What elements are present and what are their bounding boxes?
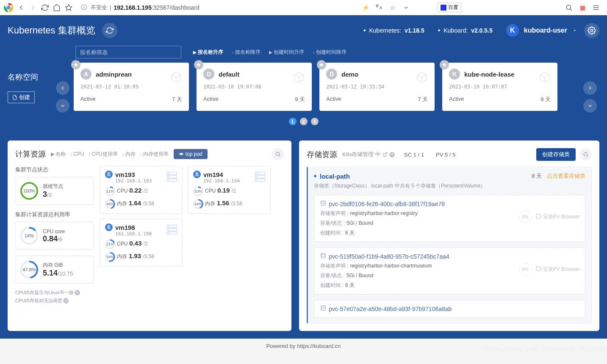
namespace-card-list: A adminprean 2021-03-12 01:10:05 Active … (74, 63, 576, 111)
storageclass-name[interactable]: local-path (320, 173, 350, 180)
reload-icon[interactable] (41, 3, 49, 12)
carousel-down-button-2[interactable] (583, 99, 597, 113)
pv-name-link[interactable]: pvc-519f50a0-f1b9-4a80-957b-c57245bc7aa4 (320, 253, 579, 260)
pager-dot[interactable]: 2 (300, 118, 308, 125)
node-card[interactable]: 主 vm194 192.168.1.194 10%CPU 0.19/2 44%内… (188, 166, 271, 214)
storage-search-button[interactable] (580, 149, 592, 160)
flash-icon[interactable]: ⚡ (361, 3, 370, 12)
cube-icon (169, 71, 183, 85)
namespace-pager: 123 (8, 118, 599, 125)
storage-sub[interactable]: K8s存储管理 中 ? (342, 151, 395, 158)
favorite-star-icon[interactable] (71, 60, 80, 69)
search-icon (583, 152, 589, 157)
sort-name-asc[interactable]: ▶按名称升序 (191, 48, 225, 57)
footer-link[interactable]: https://kuboard.cn (297, 343, 341, 349)
back-icon[interactable] (17, 3, 25, 12)
pv-pct-ring: 0% (519, 263, 532, 276)
pdf-icon[interactable]: ▦ (578, 3, 587, 12)
user-avatar: K (506, 24, 519, 37)
node-mem-val: 1.93 (129, 252, 141, 259)
cube-icon (292, 71, 306, 85)
favorite-star-icon[interactable] (194, 60, 203, 69)
address-bar[interactable]: ⓘ 不安全 | 192.168.1.195:32567/dashboard (76, 2, 355, 14)
pv-name-link[interactable]: pvc-57e07a2e-a50e-48bd-a93f-97b97106a8ab (320, 305, 579, 312)
external-link-icon (382, 152, 388, 157)
ready-nodes-stat[interactable]: 100% 就绪节点 3/3 (15, 177, 94, 205)
create-storageclass-button[interactable]: 创建存储类 (536, 148, 576, 161)
sort-time-asc[interactable]: ▶创建时间升序 (267, 48, 306, 57)
carousel-prev-button[interactable] (56, 81, 69, 95)
namespace-card[interactable]: A adminprean 2021-03-12 01:10:05 Active … (74, 63, 189, 111)
namespace-name: kube-node-lease (464, 71, 514, 78)
view-storageclass-link[interactable]: 点击查看存储类 (547, 172, 585, 180)
forward-icon[interactable] (29, 3, 37, 12)
star-icon[interactable] (64, 3, 73, 12)
favorite-star-icon[interactable] (440, 60, 449, 69)
namespace-age: 9 天 (540, 96, 551, 103)
namespace-status: Active (80, 96, 95, 103)
favorite-star-icon[interactable] (317, 60, 326, 69)
sort-time-desc[interactable]: ↓创建时间降序 (311, 48, 348, 57)
caret-down-icon (572, 28, 577, 33)
storageclass-age: 8 天 (532, 172, 542, 180)
pager-dot[interactable]: 1 (289, 118, 297, 125)
user-name: kuboard-user (524, 27, 567, 34)
node-card[interactable]: 主 vm198 192.168.1.198 21%CPU 0.43/2 54%内… (100, 219, 183, 267)
folder-icon (536, 213, 541, 220)
user-menu[interactable]: K kuboard-user (506, 24, 577, 37)
install-pv-browser-link[interactable]: 安装PV Browser (536, 266, 580, 273)
sort-mem-util[interactable]: ↓内存使用率 (140, 151, 169, 158)
node-name: vm193 (115, 171, 135, 178)
namespace-card[interactable]: D default 2021-03-10 19:07:08 Active 9 天 (197, 63, 312, 111)
namespace-time: 2021-03-12 19:33:34 (326, 84, 428, 90)
create-namespace-button[interactable]: 创建 (8, 91, 35, 103)
namespace-card[interactable]: K kube-node-lease 2021-03-10 19:07:07 Ac… (442, 63, 557, 111)
svg-point-7 (591, 30, 593, 32)
help-icon[interactable]: ? (389, 152, 395, 157)
chrome-logo-icon (3, 3, 14, 13)
pager-dot[interactable]: 3 (311, 118, 319, 125)
cpu-total-stat[interactable]: 14% CPU core 0.84/6 (15, 222, 94, 250)
mem-total-stat[interactable]: 47.8% 内存 GiB 5.14/10.75 (15, 256, 94, 284)
home-icon[interactable] (53, 3, 61, 12)
bookmark-star-icon[interactable]: ☆ (388, 3, 397, 12)
svg-point-35 (194, 187, 202, 196)
database-icon (320, 253, 326, 260)
search-icon[interactable] (565, 3, 573, 12)
settings-button[interactable] (584, 23, 599, 38)
namespace-card[interactable]: D demo 2021-03-12 19:33:34 Active 7 天 (319, 63, 435, 111)
carousel-down-button[interactable] (56, 99, 69, 113)
compute-title: 计算资源 (15, 149, 46, 159)
namespace-sort-options: ▶按名称升序 ↓按名称降序 ▶创建时间升序 ↓创建时间降序 (191, 48, 348, 57)
node-card[interactable]: 主 vm193 192.168.1.193 11%CPU 0.22/2 46%内… (100, 166, 183, 214)
document-icon (12, 95, 17, 100)
mem-ring: 47.8% (20, 260, 39, 279)
kuboard-version: Kuboard: v2.0.5.5 (438, 27, 493, 34)
insecure-label: 不安全 (91, 4, 107, 11)
refresh-button[interactable] (102, 23, 117, 38)
sort-name-desc[interactable]: ↓按名称降序 (230, 48, 262, 57)
namespace-filter-input[interactable] (75, 46, 181, 58)
baidu-search-box[interactable]: 百度 (438, 3, 461, 12)
svg-point-33 (256, 176, 257, 177)
translate-icon[interactable] (375, 3, 383, 12)
top-pod-button[interactable]: top pod (174, 149, 208, 159)
sort-cpu[interactable]: ↓CPU (70, 151, 84, 158)
compute-search-button[interactable] (272, 148, 284, 160)
sort-name[interactable]: ▶名称 (51, 151, 66, 158)
chevron-down-icon[interactable] (402, 3, 410, 12)
svg-point-42 (168, 226, 169, 226)
sort-mem[interactable]: ↓内存 (122, 151, 136, 158)
install-pv-browser-link[interactable]: 安装PV Browser (536, 213, 580, 221)
node-badge-icon: 主 (193, 171, 201, 178)
carousel-next-button[interactable] (583, 81, 597, 95)
sort-cpu-util[interactable]: ↓CPU使用率 (88, 151, 117, 158)
crown-icon (179, 152, 184, 157)
compute-panel: 计算资源 ▶名称 ↓CPU ↓CPU使用率 ↓内存 ↓内存使用率 top pod (8, 141, 291, 331)
note-cpu-linux[interactable]: CPU内存显示与Linux不一致? (15, 290, 94, 296)
menu-icon[interactable] (592, 3, 600, 12)
server-icon (254, 171, 266, 184)
pv-name-link[interactable]: pvc-2bdf0106-fe26-400c-afb8-38f17f19ae78 (320, 200, 579, 207)
note-cpu-schedule[interactable]: CPU内存低却无法调度? (15, 298, 94, 304)
help-icon: ? (75, 290, 80, 295)
